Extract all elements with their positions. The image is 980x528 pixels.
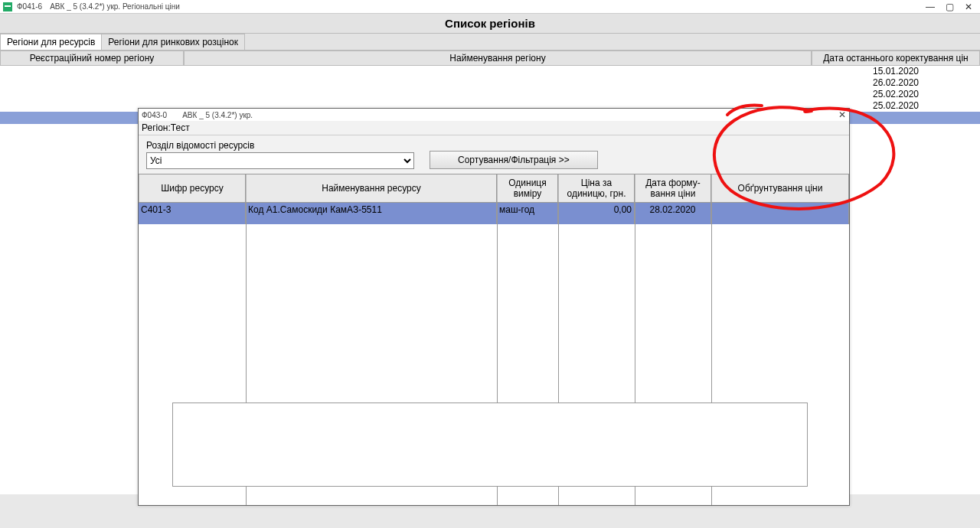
- col-code: Шифр ресурсу: [139, 174, 246, 202]
- col-name: Найменування ресурсу: [246, 174, 497, 202]
- main-content: 15.01.2020 26.02.2020 25.02.2020 25.02.2…: [0, 66, 980, 494]
- cell-code: С401-3: [139, 203, 246, 224]
- close-button[interactable]: ✕: [965, 2, 972, 12]
- region-label: Регіон:: [142, 122, 171, 133]
- bg-date-1: 26.02.2020: [812, 77, 980, 89]
- col-reason: Обґрунтування ціни: [711, 174, 849, 202]
- cell-reason: [711, 203, 849, 224]
- col-price: Ціна за одиницю, грн.: [558, 174, 635, 202]
- col-header-regname: Найменування регіону: [184, 51, 812, 65]
- bottom-panel: [172, 403, 808, 487]
- dialog-region-line: Регіон:Тест: [139, 121, 849, 135]
- bg-date-0: 15.01.2020: [812, 66, 980, 77]
- section-label: Розділ відомості ресурсів: [146, 140, 414, 151]
- tab-strip: Регіони для ресурсів Регіони для ринкови…: [0, 34, 980, 51]
- cell-unit: маш-год: [497, 203, 558, 224]
- bg-dates: 15.01.2020 26.02.2020 25.02.2020 25.02.2…: [812, 66, 980, 112]
- page-title: Список регіонів: [0, 14, 980, 34]
- dialog-close-button[interactable]: ✕: [838, 109, 846, 120]
- form-id: Ф041-6: [17, 2, 42, 11]
- minimize-button[interactable]: —: [926, 2, 935, 12]
- dialog-form-id: Ф043-0: [142, 111, 167, 119]
- region-value: Тест: [171, 122, 190, 133]
- col-unit: Одиниця виміру: [497, 174, 558, 202]
- dialog-title-bar: Ф043-0 АВК _ 5 (3.4.2*) укр. ✕: [139, 109, 849, 121]
- sort-filter-button[interactable]: Сортування/Фільтрація >>: [430, 151, 598, 169]
- maximize-button[interactable]: ▢: [946, 2, 954, 12]
- main-grid-headers: Реєстраційний номер регіону Найменування…: [0, 51, 980, 66]
- tab-regions-resources[interactable]: Регіони для ресурсів: [0, 34, 102, 50]
- col-header-regnum: Реєстраційний номер регіону: [0, 51, 184, 65]
- section-select[interactable]: Усі: [146, 152, 414, 169]
- col-header-date: Дата останнього коректування цін: [812, 51, 980, 65]
- cell-date: 28.02.2020: [635, 203, 711, 224]
- tab-regions-market[interactable]: Регіони для ринкових розцінок: [101, 34, 245, 50]
- dialog-title: АВК _ 5 (3.4.2*) укр.: [182, 111, 253, 119]
- bg-date-2: 25.02.2020: [812, 89, 980, 100]
- window-title: АВК _ 5 (3.4.2*) укр. Регіональні ціни: [50, 2, 180, 11]
- dialog-grid-headers: Шифр ресурсу Найменування ресурсу Одиниц…: [139, 174, 849, 203]
- cell-name: Код А1.Самоскиди КамАЗ-5511: [246, 203, 497, 224]
- svg-rect-1: [5, 5, 11, 7]
- cell-price: 0,00: [558, 203, 635, 224]
- col-date: Дата форму-вання ціни: [635, 174, 711, 202]
- main-title-bar: Ф041-6 АВК _ 5 (3.4.2*) укр. Регіональні…: [0, 0, 980, 14]
- app-icon: [3, 2, 12, 11]
